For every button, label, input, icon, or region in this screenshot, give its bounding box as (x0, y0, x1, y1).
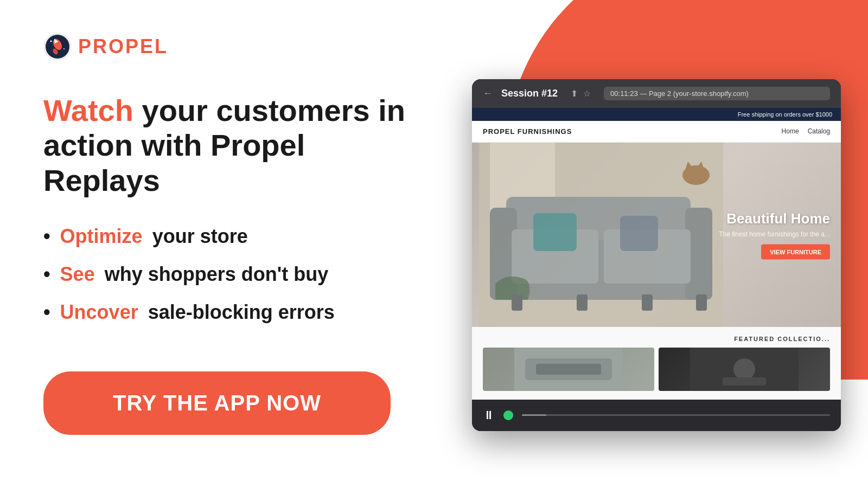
svg-rect-16 (620, 216, 658, 251)
shopify-store-preview: Free shipping on orders over $1000 PROPE… (472, 108, 841, 400)
svg-rect-29 (723, 377, 766, 386)
store-name: PROPEL FURNISHINGS (483, 127, 572, 136)
propel-logo-icon (43, 33, 72, 61)
main-headline: Watch your customers in action with Prop… (43, 93, 423, 198)
brand-name: PROPEL (78, 35, 168, 58)
featured-item-2 (659, 348, 830, 391)
svg-rect-15 (533, 213, 577, 251)
hero-subtitle: The finest home furnishings for the a... (719, 230, 830, 237)
featured-item-1 (483, 348, 654, 391)
bullet-item-3: Uncover sale-blocking errors (43, 301, 423, 324)
nav-home[interactable]: Home (782, 127, 799, 135)
left-panel: PROPEL Watch your customers in action wi… (0, 0, 467, 488)
right-panel: ← Session #12 ⬆ ☆ 00:11:23 — Page 2 (you… (445, 0, 868, 488)
bullet-2-highlight: See (60, 263, 95, 286)
store-nav-links: Home Catalog (782, 127, 830, 135)
svg-point-28 (733, 358, 755, 380)
progress-indicator (503, 410, 513, 420)
featured-section: FEATURED COLLECTIO... (472, 327, 841, 400)
featured-label: FEATURED COLLECTIO... (483, 336, 830, 342)
sofa-illustration (472, 143, 730, 327)
hero-text-box: Beautiful Home The finest home furnishin… (719, 210, 830, 259)
progress-fill (522, 414, 546, 416)
nav-catalog[interactable]: Catalog (808, 127, 830, 135)
store-nav: PROPEL FURNISHINGS Home Catalog (472, 121, 841, 143)
svg-rect-18 (577, 294, 588, 311)
session-title: Session #12 (501, 88, 558, 99)
browser-mockup: ← Session #12 ⬆ ☆ 00:11:23 — Page 2 (you… (472, 79, 841, 431)
logo-area: PROPEL (43, 33, 423, 61)
svg-point-5 (50, 41, 52, 42)
hero-section: Beautiful Home The finest home furnishin… (472, 143, 841, 327)
bullet-item-2: See why shoppers don't buy (43, 263, 423, 286)
bullet-3-highlight: Uncover (60, 301, 138, 324)
svg-rect-17 (512, 294, 522, 311)
bullet-2-rest: why shoppers don't buy (105, 263, 329, 286)
share-icon[interactable]: ⬆ (571, 88, 578, 99)
svg-rect-19 (642, 294, 653, 311)
progress-track[interactable] (522, 414, 830, 416)
bullet-1-highlight: Optimize (60, 225, 143, 248)
svg-point-6 (63, 48, 65, 49)
bullet-item-1: Optimize your store (43, 225, 423, 248)
featured-item-2-img (659, 348, 830, 391)
back-button[interactable]: ← (483, 88, 493, 99)
feature-list: Optimize your store See why shoppers don… (43, 225, 423, 339)
browser-toolbar: ← Session #12 ⬆ ☆ 00:11:23 — Page 2 (you… (472, 79, 841, 108)
featured-items (483, 348, 830, 391)
featured-item-1-img (483, 348, 654, 391)
toolbar-icons: ⬆ ☆ (571, 88, 591, 99)
svg-rect-20 (696, 294, 707, 311)
hero-title: Beautiful Home (719, 210, 830, 227)
svg-rect-26 (536, 364, 601, 375)
video-controls: ⏸ (472, 400, 841, 431)
headline-watch: Watch (43, 93, 133, 127)
announcement-bar: Free shipping on orders over $1000 (472, 108, 841, 121)
bullet-1-rest: your store (152, 225, 248, 248)
cta-button[interactable]: TRY THE APP NOW (43, 371, 391, 435)
star-icon[interactable]: ☆ (583, 88, 591, 99)
url-bar[interactable]: 00:11:23 — Page 2 (your-store.shopify.co… (604, 87, 830, 100)
view-furniture-button[interactable]: VIEW FURNITURE (761, 244, 830, 259)
bullet-3-rest: sale-blocking errors (148, 301, 335, 324)
pause-button[interactable]: ⏸ (483, 408, 495, 422)
